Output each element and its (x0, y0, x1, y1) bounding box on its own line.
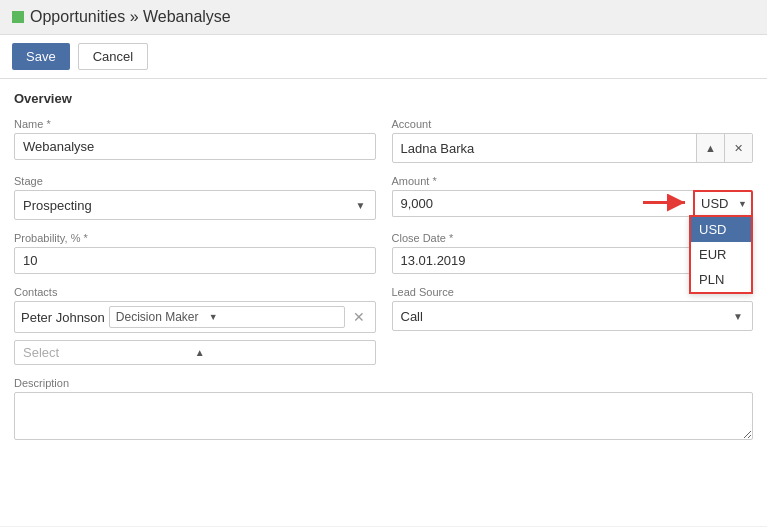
account-wrap: ▲ ✕ (392, 133, 754, 163)
account-clear-button[interactable]: ✕ (724, 134, 752, 162)
field-stage: Stage Prospecting Qualification Proposal… (14, 175, 376, 220)
description-textarea[interactable] (14, 392, 753, 440)
row-stage-amount: Stage Prospecting Qualification Proposal… (14, 175, 753, 220)
account-expand-button[interactable]: ▲ (696, 134, 724, 162)
contact-select-placeholder: Select (23, 345, 195, 360)
breadcrumb: Opportunities » Webanalyse (30, 8, 231, 26)
field-amount-currency: Amount * USD EUR PLN ▼ USD E (392, 175, 754, 220)
field-contacts: Contacts Peter Johnson Decision Maker In… (14, 286, 376, 365)
account-input[interactable] (393, 136, 697, 161)
contact-remove-button[interactable]: ✕ (349, 309, 369, 325)
contacts-label: Contacts (14, 286, 376, 298)
contact-expand-icon: ▲ (195, 347, 367, 358)
field-description: Description (14, 377, 753, 440)
probability-label: Probability, % * (14, 232, 376, 244)
currency-select-wrap: USD EUR PLN ▼ USD EUR PLN (693, 190, 753, 217)
amount-label: Amount * (392, 175, 754, 187)
section-overview-title: Overview (14, 91, 753, 106)
currency-option-pln[interactable]: PLN (691, 267, 751, 292)
row-probability-closedate: Probability, % * Close Date * (14, 232, 753, 274)
lead-source-select-wrap: Call Email Web Referral ▼ (392, 301, 754, 331)
stage-label: Stage (14, 175, 376, 187)
stage-select-wrap: Prospecting Qualification Proposal Negot… (14, 190, 376, 220)
save-button[interactable]: Save (12, 43, 70, 70)
breadcrumb-arrow: » (130, 8, 143, 25)
stage-select[interactable]: Prospecting Qualification Proposal Negot… (15, 193, 347, 218)
name-label: Name * (14, 118, 376, 130)
currency-select[interactable]: USD EUR PLN (695, 192, 751, 215)
currency-dropdown: USD EUR PLN (689, 215, 753, 294)
probability-input[interactable] (14, 247, 376, 274)
header-bar: Opportunities » Webanalyse (0, 0, 767, 35)
contact-row: Peter Johnson Decision Maker Influencer … (14, 301, 376, 333)
cancel-button[interactable]: Cancel (78, 43, 148, 70)
currency-option-eur[interactable]: EUR (691, 242, 751, 267)
contact-role-chevron-icon: ▼ (205, 312, 222, 322)
field-lead-source: Lead Source Call Email Web Referral ▼ (392, 286, 754, 365)
currency-option-usd[interactable]: USD (691, 217, 751, 242)
description-label: Description (14, 377, 753, 389)
account-label: Account (392, 118, 754, 130)
contact-select-row[interactable]: Select ▲ (14, 340, 376, 365)
stage-chevron-icon: ▼ (347, 191, 375, 219)
row-contacts-leadsource: Contacts Peter Johnson Decision Maker In… (14, 286, 753, 365)
name-input[interactable] (14, 133, 376, 160)
field-probability: Probability, % * (14, 232, 376, 274)
field-name: Name * (14, 118, 376, 163)
field-account: Account ▲ ✕ (392, 118, 754, 163)
contact-role-wrap: Decision Maker Influencer End User ▼ (109, 306, 345, 328)
row-name-account: Name * Account ▲ ✕ (14, 118, 753, 163)
form-content: Overview Name * Account ▲ ✕ Stage Prospe… (0, 79, 767, 526)
opportunities-link[interactable]: Opportunities (30, 8, 125, 25)
contact-name: Peter Johnson (21, 310, 105, 325)
status-dot (12, 11, 24, 23)
lead-source-chevron-icon: ▼ (724, 302, 752, 330)
page-name: Webanalyse (143, 8, 231, 25)
toolbar: Save Cancel (0, 35, 767, 79)
contact-role-select[interactable]: Decision Maker Influencer End User (110, 307, 205, 327)
lead-source-select[interactable]: Call Email Web Referral (393, 304, 725, 329)
amount-input[interactable] (392, 190, 694, 217)
